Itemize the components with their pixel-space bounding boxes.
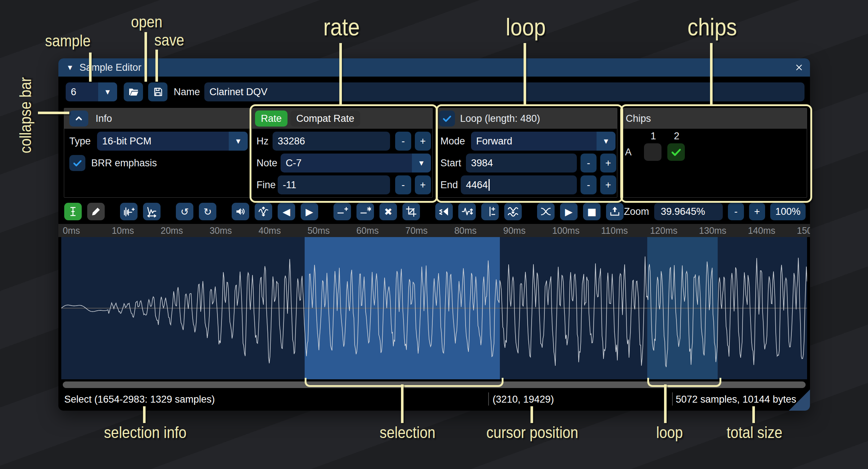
name-value: Clarinet DQV [209,86,267,98]
tab-rate[interactable]: Rate [255,111,288,127]
sample-select-value: 6 [71,86,76,98]
annotation-loop: loop [506,13,546,41]
time-ruler[interactable]: 0ms10ms20ms30ms40ms50ms60ms70ms80ms90ms1… [58,224,810,237]
annotation-loop-bottom: loop [656,423,683,442]
fine-minus-button[interactable]: - [395,175,411,194]
zoom-reset-button[interactable]: 100% [770,203,806,220]
ruler-tick-label: 90ms [503,225,525,236]
zoom-in-button[interactable]: + [749,203,765,220]
select-mode-icon [67,206,79,217]
note-dropdown[interactable]: C-7 ▼ [281,154,431,173]
hz-minus-button[interactable]: - [395,132,411,151]
chip-checkbox-A1[interactable] [644,143,661,161]
ruler-tick-label: 150ms [797,225,810,236]
tool-preview-button[interactable]: ▶ [560,203,578,220]
chip-column-label: 1 [651,129,656,143]
note-value: C-7 [286,158,302,169]
scrollbar-thumb[interactable] [63,381,806,388]
loop-panel: Loop (length: 480) Mode Forward ▼ Start … [436,108,617,198]
rate-panel-header: Rate Compat Rate [252,108,432,129]
tool-fade-in-button[interactable]: ◀ [278,203,295,220]
ruler-tick-label: 10ms [112,225,134,236]
toolbar-buttons: ↺↻◀▶✖▶■ [64,203,624,220]
brr-emphasis-checkbox[interactable] [69,155,85,171]
resize-grip[interactable] [788,389,810,411]
hz-plus-button[interactable]: + [415,132,431,151]
waveform-display[interactable] [61,237,807,379]
fine-plus-button[interactable]: + [415,175,431,194]
sample-editor-window: ▼ Sample Editor 6 ▼ Name Clarinet DQV In… [58,58,810,411]
ruler-tick-label: 60ms [356,225,379,236]
chevron-down-icon: ▼ [412,154,431,173]
annotation-total-size: total size [727,423,783,442]
chip-row-label: A [625,143,632,161]
loop-enable-checkbox[interactable] [439,111,455,127]
resize-icon [123,206,135,217]
check-icon [670,146,682,158]
loop-end-input[interactable]: 4464 [461,175,577,194]
loop-mode-value: Forward [476,136,512,147]
tool-crossfade-loop-button[interactable] [537,203,555,220]
name-input[interactable]: Clarinet DQV [204,82,805,101]
fine-input[interactable]: -11 [278,175,390,194]
apply-silence-icon [359,206,371,217]
tool-resize-button[interactable] [120,203,138,220]
tool-undo-button[interactable]: ↺ [176,203,193,220]
info-panel-title: Info [96,113,112,124]
info-panel-header: Info [64,108,250,129]
zoom-out-button[interactable]: - [728,203,744,220]
status-bar: Select (1654-2983: 1329 samples) (3210, … [58,391,810,407]
tool-redo-button[interactable]: ↻ [199,203,216,220]
loop-start-minus-button[interactable]: - [580,154,597,173]
horizontal-scrollbar[interactable] [63,381,806,388]
tool-apply-silence-button[interactable] [356,203,374,220]
loop-start-plus-button[interactable]: + [600,154,616,173]
tool-resample-button[interactable] [143,203,161,220]
tool-trim-button[interactable] [402,203,420,220]
annotation-collapse-bar: collapse bar [16,77,35,154]
loop-end-minus-button[interactable]: - [580,175,597,194]
tool-delete-button[interactable]: ✖ [379,203,397,220]
tool-sign-invert-button[interactable] [481,203,499,220]
info-collapse-button[interactable] [69,111,88,127]
type-dropdown[interactable]: 16-bit PCM ▼ [97,132,248,151]
tool-normalize-button[interactable] [255,203,272,220]
filter-icon [507,206,519,217]
chevron-down-icon: ▼ [597,132,616,151]
tool-amplify-button[interactable] [232,203,249,220]
ruler-tick-label: 30ms [209,225,232,236]
fine-value: -11 [283,179,296,191]
tool-select-mode-button[interactable] [64,203,82,220]
ruler-tick-label: 140ms [748,225,775,236]
tool-insert-silence-button[interactable] [333,203,351,220]
tool-stop-preview-button[interactable]: ■ [583,203,601,220]
tool-draw-mode-button[interactable] [87,203,105,220]
hz-value: 33286 [278,136,305,147]
stop-preview-icon: ■ [587,207,597,217]
hz-input[interactable]: 33286 [273,132,390,151]
insert-silence-icon [336,206,348,217]
ruler-tick-label: 40ms [259,225,281,236]
sample-select-dropdown[interactable]: 6 ▼ [66,82,117,101]
chips-panel-title: Chips [626,113,651,124]
loop-mode-dropdown[interactable]: Forward ▼ [471,132,616,151]
name-label: Name [174,82,200,101]
save-sample-button[interactable] [148,82,167,101]
tool-invert-button[interactable] [458,203,476,220]
close-button[interactable] [792,60,806,75]
loop-start-input[interactable]: 3984 [466,154,577,173]
tool-fade-out-button[interactable]: ▶ [301,203,318,220]
titlebar[interactable]: ▼ Sample Editor [58,58,810,77]
chip-checkbox-A2[interactable] [667,143,685,161]
ruler-tick-label: 80ms [454,225,477,236]
loop-end-plus-button[interactable]: + [600,175,616,194]
zoom-value-input[interactable]: 39.9645% [654,203,723,220]
window-collapse-icon[interactable]: ▼ [66,63,74,72]
tool-create-instrument-button[interactable] [606,203,624,220]
open-sample-button[interactable] [124,82,143,101]
tab-compat-rate[interactable]: Compat Rate [290,111,360,127]
draw-mode-icon [90,206,102,217]
loop-start-label: Start [440,154,461,173]
tool-filter-button[interactable] [504,203,522,220]
tool-reverse-button[interactable] [435,203,453,220]
